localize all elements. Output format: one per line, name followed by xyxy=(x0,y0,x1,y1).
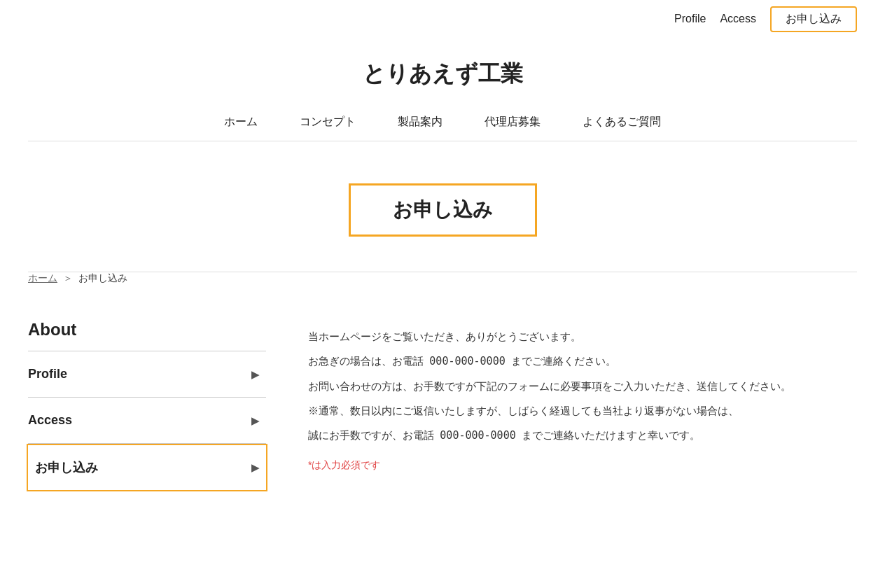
content-line5-prefix: 誠にお手数ですが、お電話 xyxy=(308,429,434,441)
nav-dealers[interactable]: 代理店募集 xyxy=(485,115,541,130)
content-area: 当ホームページをご覧いただき、ありがとうございます。 お急ぎの場合は、お電話 0… xyxy=(308,320,857,491)
top-nav: Profile Access お申し込み xyxy=(0,0,885,38)
page-heading-section: お申し込み xyxy=(0,141,885,272)
sidebar-about-label: About xyxy=(28,320,266,351)
content-line1: 当ホームページをご覧いただき、ありがとうございます。 xyxy=(308,327,857,346)
main-nav: ホーム コンセプト 製品案内 代理店募集 よくあるご質問 xyxy=(0,104,885,141)
breadcrumb-current: お申し込み xyxy=(78,272,127,285)
content-phone1: 000-000-0000 xyxy=(429,355,505,368)
top-nav-profile[interactable]: Profile xyxy=(674,13,706,25)
sidebar-item-apply-label: お申し込み xyxy=(35,459,98,476)
nav-concept[interactable]: コンセプト xyxy=(300,115,356,130)
top-nav-access[interactable]: Access xyxy=(720,13,756,25)
nav-home[interactable]: ホーム xyxy=(224,115,258,130)
site-title: とりあえず工業 xyxy=(0,59,885,90)
breadcrumb: ホーム ＞ お申し込み xyxy=(28,272,857,285)
content-line2: お急ぎの場合は、お電話 000-000-0000 までご連絡ください。 xyxy=(308,351,857,371)
content-line2-suffix: までご連絡ください。 xyxy=(511,355,616,367)
content-phone2: 000-000-0000 xyxy=(440,429,515,442)
sidebar-item-profile[interactable]: Profile ▶ xyxy=(28,351,266,398)
content-line5-suffix: までご連絡いただけますと幸いです。 xyxy=(522,429,700,441)
sidebar-item-access[interactable]: Access ▶ xyxy=(28,398,266,444)
content-line4: ※通常、数日以内にご返信いたしますが、しばらく経過しても当社より返事がない場合は… xyxy=(308,401,857,420)
required-note: *は入力必須です xyxy=(308,456,857,474)
sidebar-access-arrow-icon: ▶ xyxy=(251,415,259,426)
page-heading: お申し込み xyxy=(349,183,537,237)
content-text: 当ホームページをご覧いただき、ありがとうございます。 お急ぎの場合は、お電話 0… xyxy=(308,327,857,474)
content-line5: 誠にお手数ですが、お電話 000-000-0000 までご連絡いただけますと幸い… xyxy=(308,426,857,445)
main-content: About Profile ▶ Access ▶ お申し込み ▶ 当ホームページ… xyxy=(0,306,885,505)
content-line3: お問い合わせの方は、お手数ですが下記のフォームに必要事項をご入力いただき、送信し… xyxy=(308,377,857,396)
breadcrumb-section: ホーム ＞ お申し込み xyxy=(0,272,885,306)
sidebar-item-profile-label: Profile xyxy=(28,367,67,382)
content-line2-prefix: お急ぎの場合は、お電話 xyxy=(308,355,424,367)
nav-products[interactable]: 製品案内 xyxy=(398,115,442,130)
sidebar-item-access-label: Access xyxy=(28,413,72,428)
sidebar-profile-arrow-icon: ▶ xyxy=(251,369,259,380)
sidebar-apply-arrow-icon: ▶ xyxy=(251,462,259,473)
top-nav-apply-button[interactable]: お申し込み xyxy=(770,6,857,32)
sidebar-item-apply[interactable]: お申し込み ▶ xyxy=(27,444,267,491)
breadcrumb-home[interactable]: ホーム xyxy=(28,272,57,285)
sidebar: About Profile ▶ Access ▶ お申し込み ▶ xyxy=(28,320,266,491)
site-title-area: とりあえず工業 xyxy=(0,38,885,104)
nav-faq[interactable]: よくあるご質問 xyxy=(583,115,661,130)
breadcrumb-separator: ＞ xyxy=(63,272,73,285)
